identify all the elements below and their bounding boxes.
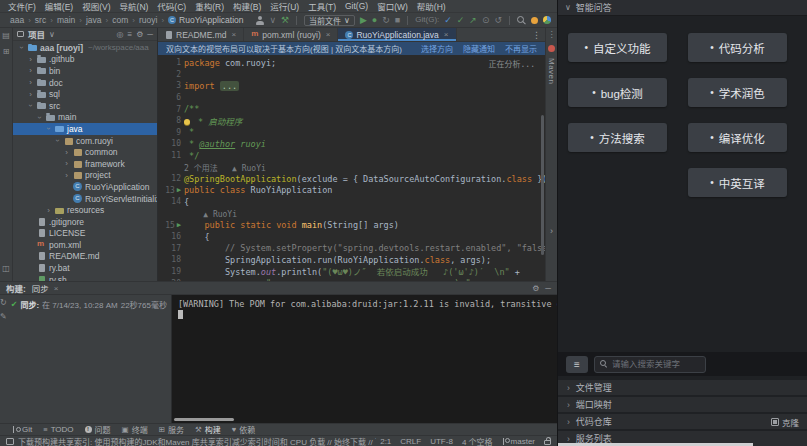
menu-item[interactable]: 构建(B) <box>233 0 261 12</box>
line-number-gutter[interactable]: 10 <box>158 139 184 148</box>
line-number-gutter[interactable]: 16 <box>158 232 184 241</box>
line-number-gutter[interactable]: 1 <box>158 58 184 67</box>
tree-item[interactable]: ›framework <box>13 158 157 170</box>
toolwindow-构建[interactable]: ⚒构建 <box>195 424 221 435</box>
line-number-gutter[interactable]: 17 <box>158 244 184 253</box>
tree-item[interactable]: ›bin <box>13 65 157 77</box>
run-gutter-icon[interactable]: ▶ <box>177 187 181 194</box>
tree-expand-chevron[interactable]: › <box>35 114 44 121</box>
user-profile-icon[interactable] <box>255 16 264 25</box>
line-ending[interactable]: CRLF <box>400 437 421 446</box>
tree-expand-chevron[interactable]: › <box>45 206 52 215</box>
tree-item[interactable]: ry.bat <box>13 262 157 274</box>
tree-item[interactable]: RuoYiApplication <box>13 181 157 193</box>
tree-item[interactable]: ›com.ruoyi <box>13 135 157 147</box>
line-number-gutter[interactable]: 14 <box>158 197 184 206</box>
menu-item[interactable]: 窗口(W) <box>377 0 408 12</box>
filter-icon[interactable]: ✎ <box>0 313 7 321</box>
line-number-gutter[interactable]: 9 <box>158 128 184 137</box>
feature-button[interactable]: •学术润色 <box>688 78 787 107</box>
tree-item[interactable]: README.md <box>13 251 157 263</box>
line-number-gutter[interactable]: 6 <box>158 93 184 102</box>
line-number-gutter[interactable]: 3 <box>158 81 184 90</box>
menu-item[interactable]: 代码(C) <box>157 0 186 12</box>
run-button[interactable]: ▶ <box>360 16 367 25</box>
feature-button[interactable]: •中英互译 <box>688 168 787 197</box>
menu-item[interactable]: 重构(R) <box>195 0 224 12</box>
menu-toggle-button[interactable]: ≡ <box>566 356 588 373</box>
line-number-gutter[interactable]: 12 <box>158 174 184 183</box>
tree-item[interactable]: ›java <box>13 123 157 135</box>
build-hammer-icon[interactable]: ⚒ <box>281 16 289 25</box>
toolwindow-git[interactable]: Git <box>12 425 32 434</box>
tree-item[interactable]: ›main <box>13 112 157 124</box>
hide-panel-icon[interactable]: ─ <box>147 30 153 39</box>
tree-item[interactable]: ›common <box>13 146 157 158</box>
toolwindow-终端[interactable]: ▣终端 <box>122 424 148 435</box>
breadcrumb-item[interactable]: RuoYiApplication <box>168 15 243 25</box>
git-update-button[interactable]: ✓ <box>444 16 452 25</box>
debug-button[interactable]: ● <box>372 16 377 25</box>
caret-position[interactable]: 2:1 <box>380 437 391 446</box>
git-commit-button[interactable]: ✓ <box>457 16 465 25</box>
notification-badge-icon[interactable] <box>548 45 555 52</box>
section-0[interactable]: ›文件管理 <box>558 380 807 395</box>
settings-gear-icon[interactable]: ⚙ <box>136 30 143 39</box>
line-number-gutter[interactable]: 8 <box>158 116 184 125</box>
line-number-gutter[interactable]: 11 <box>158 151 184 160</box>
tree-item[interactable]: LICENSE <box>13 228 157 240</box>
menu-item[interactable]: 导航(N) <box>120 0 149 12</box>
plugin-icon[interactable] <box>543 16 551 24</box>
console-horizontal-scrollbar[interactable] <box>174 418 234 421</box>
tab-bar-more[interactable]: ⋮ <box>528 28 545 41</box>
line-number-gutter[interactable]: 7 <box>158 105 184 114</box>
tree-item[interactable]: .gitignore <box>13 216 157 228</box>
search-everywhere-icon[interactable] <box>517 16 526 25</box>
menu-item[interactable]: 文件(F) <box>8 0 36 12</box>
toolwindow-依赖[interactable]: ♥依赖 <box>232 424 255 435</box>
menu-item[interactable]: 运行(U) <box>270 0 299 12</box>
search-input[interactable] <box>612 359 700 369</box>
git-history-icon[interactable]: ⊙ <box>482 16 490 25</box>
tree-expand-chevron[interactable]: › <box>17 44 26 51</box>
tree-expand-chevron[interactable]: › <box>63 171 70 180</box>
line-number-gutter[interactable]: 2 <box>158 70 184 79</box>
tree-expand-chevron[interactable]: › <box>63 148 70 157</box>
banner-action-link[interactable]: 选择方向 <box>421 43 453 54</box>
clone-button[interactable]: 克隆 <box>771 416 799 428</box>
hide-panel-icon[interactable]: ─ <box>545 284 551 293</box>
editor-tab[interactable]: pom.xml (ruoyi)× <box>244 28 338 41</box>
console-tab-sync[interactable]: 同步 × <box>32 282 59 294</box>
tree-item[interactable]: ›resources <box>13 204 157 216</box>
menu-item[interactable]: 视图(V) <box>82 0 110 12</box>
git-rollback-icon[interactable]: ↺ <box>494 16 502 25</box>
locate-file-icon[interactable]: ◎ <box>117 30 124 39</box>
tree-item[interactable]: RuoYiServletInitializer <box>13 193 157 205</box>
tree-expand-chevron[interactable]: › <box>27 55 34 64</box>
close-icon[interactable]: × <box>444 30 449 39</box>
tree-item[interactable]: ›doc <box>13 77 157 89</box>
toolwindow-todo[interactable]: ≡TODO <box>43 425 73 434</box>
breadcrumb-item[interactable]: src <box>35 15 46 25</box>
notifications-icon[interactable] <box>531 17 538 24</box>
tree-expand-chevron[interactable]: › <box>26 102 35 109</box>
tree-item[interactable]: ›project <box>13 170 157 182</box>
tree-item[interactable]: ›src <box>13 100 157 112</box>
indent-setting[interactable]: 4 个空格 <box>462 436 493 446</box>
banner-action-link[interactable]: 隐藏通知 <box>463 43 495 54</box>
intention-bulb-icon[interactable] <box>184 119 190 125</box>
feature-button[interactable]: •bug检测 <box>568 78 667 107</box>
section-1[interactable]: ›端口映射 <box>558 397 807 412</box>
more-options-icon[interactable]: ⋮ <box>548 31 556 39</box>
toolwindow-服务[interactable]: ⊞服务 <box>159 424 184 435</box>
assistant-header[interactable]: ∨ 智能问答 <box>558 0 807 16</box>
stop-button[interactable]: ■ <box>395 16 400 25</box>
breadcrumb-item[interactable]: java <box>86 15 102 25</box>
tree-item[interactable]: ›aaa [ruoyi]~/workspace/aaa <box>13 42 157 54</box>
console-output[interactable]: [WARNING] The POM for com.alibaba:druid:… <box>172 295 557 423</box>
tree-item[interactable]: ›sql <box>13 88 157 100</box>
lock-icon[interactable] <box>544 440 551 445</box>
file-encoding[interactable]: UTF-8 <box>430 437 453 446</box>
tree-expand-chevron[interactable]: › <box>27 78 34 87</box>
toolwindow-问题[interactable]: !问题 <box>85 424 111 435</box>
